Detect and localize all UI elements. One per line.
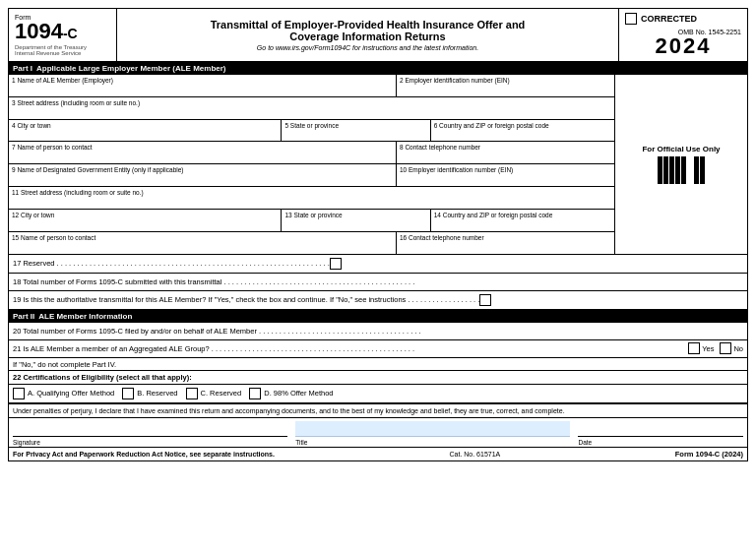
field-15: 15 Name of person to contact bbox=[9, 232, 397, 254]
row-19-checkbox[interactable] bbox=[479, 294, 491, 306]
field-12-label: 12 City or town bbox=[12, 212, 278, 219]
field-1-input[interactable] bbox=[12, 85, 393, 94]
cert-a-label: A. Qualifying Offer Method bbox=[28, 389, 114, 398]
form-header-right: CORRECTED OMB No. 1545-2251 2024 bbox=[619, 9, 747, 61]
field-2-input[interactable] bbox=[400, 85, 611, 94]
no-checkbox[interactable] bbox=[720, 342, 731, 354]
part2-label: Part II bbox=[13, 312, 34, 321]
field-13: 13 State or province bbox=[282, 210, 430, 231]
field-6-input[interactable] bbox=[434, 129, 611, 139]
field-16-input[interactable] bbox=[400, 241, 611, 251]
row-11: 11 Street address (including room or sui… bbox=[9, 187, 614, 210]
yes-label: Yes bbox=[702, 344, 714, 353]
field-8-input[interactable] bbox=[400, 152, 611, 161]
barcode-bar bbox=[663, 156, 668, 184]
field-14-label: 14 Country and ZIP or foreign postal cod… bbox=[434, 212, 611, 219]
field-14-input[interactable] bbox=[434, 219, 611, 229]
official-use-column: For Official Use Only bbox=[614, 75, 747, 254]
field-13-input[interactable] bbox=[284, 219, 426, 229]
yes-option: Yes bbox=[688, 342, 714, 354]
cert-c-label: C. Reserved bbox=[201, 389, 242, 398]
row-17-checkbox[interactable] bbox=[330, 258, 342, 270]
field-3-input[interactable] bbox=[12, 107, 611, 117]
field-9-label: 9 Name of Designated Government Entity (… bbox=[12, 166, 393, 174]
field-4-label: 4 City or town bbox=[12, 122, 278, 130]
field-4-input[interactable] bbox=[12, 129, 278, 139]
corrected-label: CORRECTED bbox=[641, 14, 697, 24]
dept-info: Department of the Treasury Internal Reve… bbox=[15, 44, 110, 56]
row-21-note-row: If "No," do not complete Part IV. bbox=[9, 358, 747, 371]
form-title-line1: Transmittal of Employer-Provided Health … bbox=[125, 19, 610, 31]
field-11-label: 11 Street address (including room or sui… bbox=[12, 189, 611, 197]
yes-no-options: Yes No bbox=[688, 342, 743, 354]
footer-center-text: Cat. No. 61571A bbox=[449, 451, 500, 458]
field-1: 1 Name of ALE Member (Employer) bbox=[9, 75, 397, 96]
field-5-label: 5 State or province bbox=[284, 122, 426, 130]
cert-a-checkbox[interactable] bbox=[13, 388, 25, 399]
field-16: 16 Contact telephone number bbox=[397, 232, 614, 254]
row-12-13-14: 12 City or town 13 State or province 14 … bbox=[9, 210, 614, 232]
cert-c-checkbox[interactable] bbox=[186, 388, 198, 399]
field-12: 12 City or town bbox=[9, 210, 282, 231]
field-5-input[interactable] bbox=[284, 129, 426, 139]
date-label: Date bbox=[578, 439, 743, 446]
barcode-area bbox=[658, 156, 705, 184]
cert-b-checkbox[interactable] bbox=[122, 388, 134, 399]
barcode-bar bbox=[669, 156, 674, 184]
field-2-label: 2 Employer identification number (EIN) bbox=[400, 77, 611, 85]
date-container: Date bbox=[578, 421, 743, 446]
field-12-input[interactable] bbox=[12, 219, 278, 229]
cert-b-item: B. Reserved bbox=[122, 388, 177, 399]
field-3: 3 Street address (including room or suit… bbox=[9, 97, 614, 119]
cert-d-item: D. 98% Offer Method bbox=[249, 388, 333, 399]
field-11-input[interactable] bbox=[12, 197, 611, 207]
date-field[interactable] bbox=[578, 421, 743, 437]
perjury-text: Under penalties of perjury, I declare th… bbox=[13, 407, 565, 414]
footer-right-text: Form 1094-C (2024) bbox=[675, 450, 743, 459]
field-6-label: 6 Country and ZIP or foreign postal code bbox=[434, 122, 611, 130]
row-15-16: 15 Name of person to contact 16 Contact … bbox=[9, 232, 614, 254]
row-19-text: 19 Is this the authoritative transmittal… bbox=[13, 295, 479, 304]
part1-label: Part I bbox=[13, 64, 32, 73]
form-suffix: -C bbox=[63, 26, 78, 41]
corrected-row: CORRECTED bbox=[625, 13, 741, 25]
field-10-input[interactable] bbox=[400, 174, 611, 184]
barcode-bar bbox=[675, 156, 680, 184]
barcode-bar bbox=[681, 156, 686, 184]
cert-d-checkbox[interactable] bbox=[249, 388, 261, 399]
part1-header: Part I Applicable Large Employer Member … bbox=[9, 62, 747, 75]
row-1-2: 1 Name of ALE Member (Employer) 2 Employ… bbox=[9, 75, 614, 97]
field-9-input[interactable] bbox=[12, 174, 393, 184]
yes-checkbox[interactable] bbox=[688, 342, 700, 354]
form-id-section: Form 1094-C Department of the Treasury I… bbox=[9, 9, 117, 61]
form-title-section: Transmittal of Employer-Provided Health … bbox=[117, 9, 619, 61]
corrected-checkbox[interactable] bbox=[625, 13, 637, 25]
row-17: 17 Reserved . . . . . . . . . . . . . . … bbox=[9, 254, 747, 274]
cert-a-item: A. Qualifying Offer Method bbox=[13, 388, 114, 399]
title-label: Title bbox=[295, 439, 570, 446]
field-7-input[interactable] bbox=[12, 152, 393, 161]
row-9-10: 9 Name of Designated Government Entity (… bbox=[9, 164, 614, 187]
perjury-text-row: Under penalties of perjury, I declare th… bbox=[9, 403, 747, 417]
title-field[interactable] bbox=[295, 421, 570, 437]
row-18: 18 Total number of Forms 1095-C submitte… bbox=[9, 274, 747, 291]
field-3-label: 3 Street address (including room or suit… bbox=[12, 99, 611, 107]
field-14: 14 Country and ZIP or foreign postal cod… bbox=[431, 210, 614, 231]
row-20: 20 Total number of Forms 1095-C filed by… bbox=[9, 323, 747, 340]
part1-title: Applicable Large Employer Member (ALE Me… bbox=[36, 64, 226, 73]
title-container: Title bbox=[295, 421, 570, 446]
field-7: 7 Name of person to contact bbox=[9, 142, 397, 163]
cert-c-item: C. Reserved bbox=[186, 388, 242, 399]
field-15-input[interactable] bbox=[12, 241, 393, 251]
signature-row: Signature Title Date bbox=[9, 417, 747, 447]
cert-options-row: A. Qualifying Offer Method B. Reserved C… bbox=[9, 385, 747, 403]
barcode-bar bbox=[658, 156, 662, 184]
dept-line2: Internal Revenue Service bbox=[15, 50, 110, 56]
form-number: 1094 bbox=[15, 19, 63, 43]
part2-header: Part II ALE Member Information bbox=[9, 310, 747, 323]
footer-row: For Privacy Act and Paperwork Reduction … bbox=[9, 447, 747, 460]
field-4: 4 City or town bbox=[9, 120, 282, 142]
field-7-label: 7 Name of person to contact bbox=[12, 144, 393, 152]
form-title-line2: Coverage Information Returns bbox=[125, 31, 610, 42]
signature-field[interactable] bbox=[13, 421, 287, 437]
